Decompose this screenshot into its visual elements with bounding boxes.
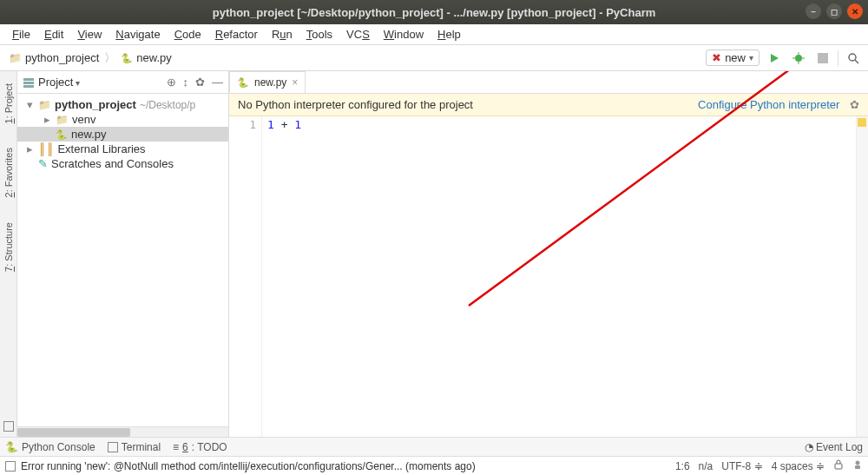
breadcrumb-separator: 〉	[104, 50, 115, 66]
collapse-icon[interactable]: ↕	[183, 76, 189, 89]
close-tab-icon[interactable]: ×	[292, 76, 298, 89]
window-maximize-button[interactable]: ◻	[826, 3, 842, 19]
svg-point-1	[795, 55, 802, 62]
search-everywhere-button[interactable]	[844, 49, 863, 68]
editor-area: new.py × No Python interpreter configure…	[229, 71, 868, 437]
banner-right: Configure Python interpreter ✿	[698, 98, 859, 111]
error-stripe[interactable]	[856, 116, 868, 437]
left-tool-strip: 1: Project 2: Favorites 7: Structure	[0, 71, 17, 437]
tree-file-label: new.py	[71, 128, 106, 141]
svg-rect-10	[23, 85, 34, 88]
hide-tool-icon[interactable]: —	[212, 76, 223, 89]
tree-external-libraries[interactable]: ▸ ║║ External Libraries	[17, 142, 228, 156]
tab-terminal-label: Terminal	[122, 441, 161, 453]
menu-bar: File Edit View Navigate Code Refactor Ru…	[0, 24, 868, 45]
breadcrumb-root[interactable]: python_project	[5, 50, 102, 65]
left-strip-toggle-icon[interactable]	[3, 421, 14, 432]
menu-file[interactable]: File	[7, 26, 36, 43]
locate-icon[interactable]: ⊕	[167, 76, 176, 89]
debug-button[interactable]	[789, 49, 808, 68]
window-minimize-button[interactable]: –	[806, 3, 821, 19]
window-close-button[interactable]: ✕	[847, 3, 863, 19]
status-line-separator[interactable]: n/a	[699, 460, 713, 472]
svg-rect-8	[23, 78, 34, 81]
menu-refactor[interactable]: Refactor	[210, 26, 263, 43]
run-config-selector[interactable]: ✖ new	[706, 49, 760, 66]
python-console-icon: 🐍	[5, 441, 18, 453]
window-controls: – ◻ ✕	[806, 3, 863, 19]
code-editor[interactable]: 1 1 + 1	[229, 116, 868, 437]
scrollbar-thumb[interactable]	[17, 428, 130, 437]
banner-message: No Python interpreter configured for the…	[238, 98, 473, 111]
svg-point-6	[849, 54, 856, 61]
project-tree: ▾ python_project ~/Desktop/p ▸ venv new.…	[17, 94, 228, 175]
run-button[interactable]	[765, 49, 784, 68]
menu-edit[interactable]: Edit	[39, 26, 69, 43]
code-content[interactable]: 1 + 1	[262, 116, 868, 437]
status-message[interactable]: Error running 'new': @NotNull method com…	[21, 460, 476, 472]
menu-vcs[interactable]: VCS	[341, 26, 375, 43]
warning-mark-icon[interactable]	[858, 118, 866, 127]
tree-venv-label: venv	[72, 113, 95, 126]
menu-help[interactable]: Help	[432, 26, 466, 43]
line-gutter: 1	[229, 116, 262, 437]
code-token-num: 1	[294, 118, 301, 131]
scratches-icon: ✎	[38, 157, 48, 170]
status-indent[interactable]: 4 spaces ≑	[772, 460, 825, 472]
tab-terminal[interactable]: Terminal	[108, 441, 161, 453]
breadcrumb-file-label: new.py	[136, 51, 171, 64]
svg-marker-0	[771, 54, 779, 63]
left-tab-project[interactable]: 1: Project	[3, 80, 14, 127]
window-titlebar: python_project [~/Desktop/python_project…	[0, 0, 868, 24]
line-number-1: 1	[229, 118, 256, 131]
configure-interpreter-link[interactable]: Configure Python interpreter	[698, 98, 839, 111]
expand-arrow-icon[interactable]: ▸	[24, 142, 35, 155]
stop-button[interactable]	[813, 49, 832, 68]
tab-event-log-label: Event Log	[816, 441, 863, 453]
run-config-name: new	[725, 51, 746, 64]
interpreter-warning-banner: No Python interpreter configured for the…	[229, 94, 868, 116]
tree-venv[interactable]: ▸ venv	[17, 112, 228, 127]
tree-scratches[interactable]: ✎ Scratches and Consoles	[17, 156, 228, 171]
code-token-op: +	[281, 118, 288, 131]
tab-todo[interactable]: ≡ 6: TODO	[173, 441, 227, 453]
left-tab-structure[interactable]: 7: Structure	[3, 219, 14, 275]
svg-rect-9	[23, 82, 34, 84]
left-tab-favorites[interactable]: 2: Favorites	[3, 144, 14, 201]
breadcrumb-root-label: python_project	[25, 51, 99, 64]
tree-file-new-py[interactable]: new.py	[17, 127, 228, 142]
tree-external-label: External Libraries	[57, 142, 145, 155]
toolbar-right: ✖ new	[706, 49, 863, 68]
tree-root[interactable]: ▾ python_project ~/Desktop/p	[17, 97, 228, 112]
status-hector-icon[interactable]	[852, 459, 863, 472]
breadcrumb-file[interactable]: new.py	[117, 50, 174, 65]
status-encoding[interactable]: UTF-8 ≑	[721, 460, 762, 472]
tab-python-console-label: Python Console	[22, 441, 95, 453]
editor-tab-new-py[interactable]: new.py ×	[229, 71, 306, 93]
svg-line-7	[855, 60, 858, 63]
tab-python-console[interactable]: 🐍 Python Console	[5, 441, 95, 453]
tree-root-path: ~/Desktop/p	[140, 99, 195, 111]
menu-run[interactable]: Run	[266, 26, 298, 43]
banner-gear-icon[interactable]: ✿	[850, 98, 859, 111]
tool-window-toggle-icon[interactable]	[5, 461, 16, 472]
editor-tabs: new.py ×	[229, 71, 868, 94]
project-view-label: Project	[38, 76, 80, 89]
menu-code[interactable]: Code	[169, 26, 207, 43]
status-readonly-lock-icon[interactable]	[833, 459, 844, 472]
settings-gear-icon[interactable]: ✿	[195, 76, 205, 89]
status-caret-position[interactable]: 1:6	[675, 460, 690, 472]
project-tool-title[interactable]: Project	[23, 76, 163, 89]
tab-event-log[interactable]: ◔ Event Log	[805, 441, 863, 453]
expand-arrow-icon[interactable]: ▸	[42, 113, 52, 126]
expand-arrow-icon[interactable]: ▾	[24, 98, 35, 111]
menu-navigate[interactable]: Navigate	[110, 26, 165, 43]
python-file-icon	[56, 128, 68, 141]
project-tree-scrollbar[interactable]	[17, 426, 228, 437]
menu-window[interactable]: Window	[378, 26, 429, 43]
folder-icon	[56, 113, 69, 126]
menu-tools[interactable]: Tools	[301, 26, 338, 43]
editor-tab-label: new.py	[254, 76, 286, 89]
menu-view[interactable]: View	[72, 26, 107, 43]
library-icon: ║║	[38, 142, 54, 155]
